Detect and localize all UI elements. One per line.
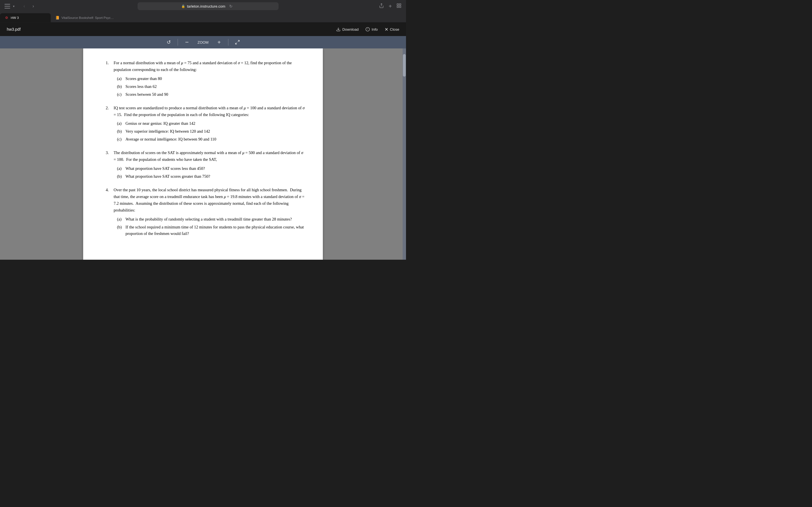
tab-dropdown-button[interactable]: ▾ — [13, 4, 15, 8]
refresh-button[interactable]: ↻ — [227, 2, 235, 10]
question-2: 2. IQ test scores are standardized to pr… — [106, 105, 306, 143]
question-2-sub: (a) Genius or near genius: IQ greater th… — [117, 120, 306, 143]
question-2a: (a) Genius or near genius: IQ greater th… — [117, 120, 306, 127]
tab-vitalsource-favicon: 📙 — [55, 16, 59, 20]
tab-grid-button[interactable] — [396, 3, 402, 10]
question-1b: (b) Scores less than 62 — [117, 83, 306, 90]
info-icon — [365, 27, 370, 32]
question-1c-text: Scores between 50 and 90 — [125, 91, 168, 98]
scrollbar-track[interactable] — [403, 48, 406, 260]
question-2a-text: Genius or near genius: IQ greater than 1… — [125, 120, 195, 127]
question-1: 1. For a normal distribution with a mean… — [106, 60, 306, 98]
question-3a: (a) What proportion have SAT scores less… — [117, 165, 306, 172]
question-4a: (a) What is the probability of randomly … — [117, 216, 306, 223]
question-4b-label: (b) — [117, 224, 124, 237]
question-2c-text: Average or normal intelligence: IQ betwe… — [125, 136, 216, 143]
right-gutter — [373, 48, 406, 260]
svg-line-9 — [238, 40, 239, 42]
question-4a-text: What is the probability of randomly sele… — [125, 216, 292, 223]
question-3-sub: (a) What proportion have SAT scores less… — [117, 165, 306, 180]
question-3a-label: (a) — [117, 165, 124, 172]
pdf-page: 1. For a normal distribution with a mean… — [83, 48, 323, 260]
close-button[interactable]: ✕ Close — [385, 27, 399, 32]
tab-vitalsource[interactable]: 📙 VitalSource Bookshelf: Sport Psycholog… — [51, 13, 118, 22]
browser-controls: ▾ — [4, 4, 15, 8]
svg-rect-1 — [397, 4, 398, 5]
question-1-text: For a normal distribution with a mean of… — [114, 60, 306, 73]
download-button[interactable]: Download — [336, 27, 359, 32]
question-4-sub: (a) What is the probability of randomly … — [117, 216, 306, 237]
question-4: 4. Over the past 10 years, the local sch… — [106, 187, 306, 237]
forward-button[interactable]: › — [29, 2, 37, 10]
question-1c-label: (c) — [117, 91, 124, 98]
info-label: Info — [371, 27, 378, 32]
zoom-out-button[interactable]: − — [183, 38, 192, 47]
lock-icon: 🔒 — [181, 4, 185, 8]
tabs-bar: ⚙ HW 3 📙 VitalSource Bookshelf: Sport Ps… — [0, 12, 406, 22]
tab-hw3-favicon: ⚙ — [4, 16, 8, 20]
svg-rect-2 — [400, 4, 401, 5]
question-3-main: 3. The distribution of scores on the SAT… — [106, 150, 306, 163]
tab-hw3[interactable]: ⚙ HW 3 — [0, 13, 51, 22]
pdf-title: hw3.pdf — [7, 27, 336, 32]
question-2c-label: (c) — [117, 136, 124, 143]
info-button[interactable]: Info — [365, 27, 378, 32]
new-tab-button[interactable]: + — [389, 3, 392, 10]
toolbar-divider-2 — [228, 39, 229, 46]
question-2c: (c) Average or normal intelligence: IQ b… — [117, 136, 306, 143]
question-2-text: IQ test scores are standardized to produ… — [114, 105, 306, 118]
question-2b-text: Very superior intelligence: IQ between 1… — [125, 128, 210, 135]
question-1-sub: (a) Scores greater than 80 (b) Scores le… — [117, 75, 306, 98]
pdf-header: hw3.pdf Download Info ✕ Close — [0, 22, 406, 36]
close-icon: ✕ — [385, 27, 388, 32]
question-4b: (b) If the school required a minimum tim… — [117, 224, 306, 237]
close-label: Close — [390, 27, 399, 32]
svg-rect-4 — [400, 6, 401, 7]
pdf-toolbar: ↺ − ZOOM + — [0, 36, 406, 48]
question-1-num: 1. — [106, 60, 111, 73]
address-bar[interactable]: 🔒 tarleton.instructure.com ↻ — [138, 2, 278, 10]
svg-line-10 — [236, 43, 237, 44]
question-3: 3. The distribution of scores on the SAT… — [106, 150, 306, 180]
download-label: Download — [342, 27, 359, 32]
question-3b: (b) What proportion have SAT scores grea… — [117, 173, 306, 180]
back-button[interactable]: ‹ — [20, 2, 28, 10]
question-4b-text: If the school required a minimum time of… — [125, 224, 306, 237]
question-2-main: 2. IQ test scores are standardized to pr… — [106, 105, 306, 118]
question-1b-label: (b) — [117, 83, 124, 90]
question-1a-text: Scores greater than 80 — [125, 75, 162, 82]
nav-arrows: ‹ › — [20, 2, 37, 10]
question-2-num: 2. — [106, 105, 111, 118]
left-gutter — [0, 48, 72, 260]
question-4-text: Over the past 10 years, the local school… — [114, 187, 306, 214]
tab-vitalsource-label: VitalSource Bookshelf: Sport Psychology — [61, 16, 114, 19]
zoom-label: ZOOM — [196, 40, 210, 45]
fullscreen-button[interactable] — [233, 38, 242, 47]
scrollbar-thumb[interactable] — [403, 54, 406, 76]
question-4-main: 4. Over the past 10 years, the local sch… — [106, 187, 306, 214]
pdf-actions: Download Info ✕ Close — [336, 27, 399, 32]
question-3-text: The distribution of scores on the SAT is… — [114, 150, 306, 163]
sidebar-toggle-button[interactable] — [4, 4, 10, 8]
pdf-page-content: 1. For a normal distribution with a mean… — [106, 60, 306, 237]
share-button[interactable] — [379, 3, 384, 10]
question-1b-text: Scores less than 62 — [125, 83, 157, 90]
zoom-in-button[interactable]: + — [214, 38, 223, 47]
question-4a-label: (a) — [117, 216, 124, 223]
browser-chrome: ▾ ‹ › 🔒 tarleton.instructure.com ↻ + — [0, 0, 406, 12]
url-text: tarleton.instructure.com — [187, 4, 225, 8]
tab-hw3-label: HW 3 — [11, 16, 46, 19]
question-4-num: 4. — [106, 187, 111, 214]
toolbar-divider-1 — [177, 39, 178, 46]
download-icon — [336, 27, 341, 32]
question-3b-text: What proportion have SAT scores greater … — [125, 173, 210, 180]
question-1c: (c) Scores between 50 and 90 — [117, 91, 306, 98]
svg-rect-3 — [397, 6, 398, 7]
question-1a-label: (a) — [117, 75, 124, 82]
question-1-main: 1. For a normal distribution with a mean… — [106, 60, 306, 73]
question-3-num: 3. — [106, 150, 111, 163]
question-3a-text: What proportion have SAT scores less tha… — [125, 165, 205, 172]
question-3b-label: (b) — [117, 173, 124, 180]
rotate-button[interactable]: ↺ — [164, 38, 173, 47]
question-2b: (b) Very superior intelligence: IQ betwe… — [117, 128, 306, 135]
